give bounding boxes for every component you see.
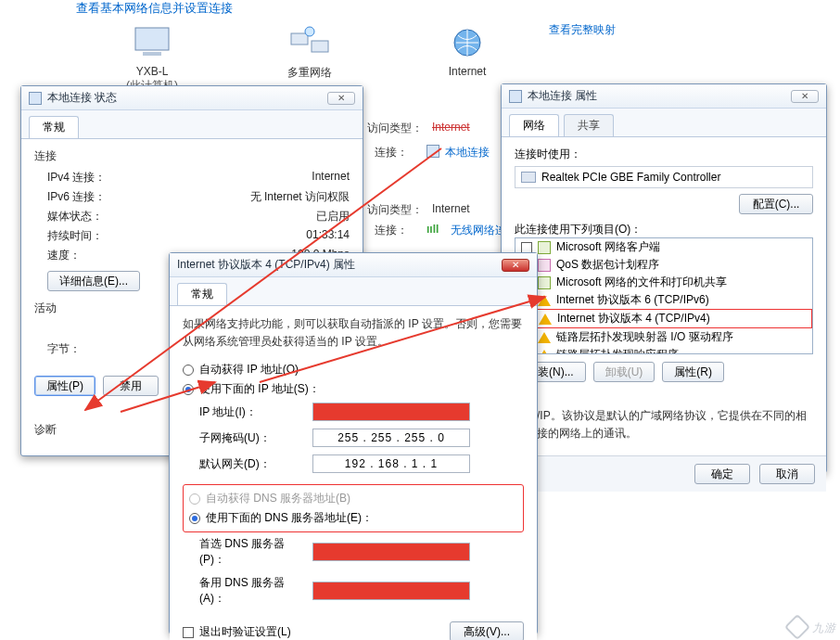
item-label: Microsoft 网络的文件和打印机共享 xyxy=(556,275,727,290)
bg-access-type-label-2: 访问类型： xyxy=(367,202,423,218)
svg-rect-2 xyxy=(291,33,308,45)
internet-label: Internet xyxy=(445,65,490,78)
netmap-pc: YXB-L (此计算机) xyxy=(126,26,178,94)
dns2-input[interactable] xyxy=(312,582,470,600)
status-title: 本地连接 状态 xyxy=(47,90,117,106)
ipv6-label: IPv6 连接： xyxy=(34,189,106,205)
radio-use-ip[interactable] xyxy=(183,384,194,395)
radio-auto-ip[interactable] xyxy=(183,365,194,376)
ipv4-titlebar: Internet 协议版本 4 (TCP/IPv4) 属性 ✕ xyxy=(170,253,537,277)
plug-icon xyxy=(29,92,42,105)
auto-dns-label: 自动获得 DNS 服务器地址(B) xyxy=(206,492,350,505)
tab-general[interactable]: 常规 xyxy=(29,116,79,138)
use-ip-label: 使用下面的 IP 地址(S)： xyxy=(199,382,320,395)
multi-label: 多重网络 xyxy=(287,65,332,81)
svg-rect-1 xyxy=(143,52,161,56)
disable-button[interactable]: 禁用 xyxy=(103,376,159,396)
props-titlebar: 本地连接 属性 ✕ xyxy=(502,84,826,109)
ipv4-window: Internet 协议版本 4 (TCP/IPv4) 属性 ✕ 常规 如果网络支… xyxy=(169,252,538,634)
components-listbox[interactable]: Microsoft 网络客户端QoS 数据包计划程序Microsoft 网络的文… xyxy=(515,237,813,354)
validate-checkbox[interactable] xyxy=(183,627,194,638)
items-label: 此连接使用下列项目(O)： xyxy=(515,222,813,237)
bg-access-type-label: 访问类型： xyxy=(367,121,423,136)
adapter-name: Realtek PCIe GBE Family Controller xyxy=(541,171,720,184)
list-item[interactable]: Internet 协议版本 4 (TCP/IPv4) xyxy=(515,309,812,328)
svg-rect-0 xyxy=(135,28,169,50)
configure-button[interactable]: 配置(C)... xyxy=(739,194,813,214)
view-full-map-link[interactable]: 查看完整映射 xyxy=(549,22,616,38)
radio-auto-dns xyxy=(189,493,200,505)
item-icon xyxy=(538,295,551,306)
group-connection: 连接 xyxy=(34,148,350,164)
details-button[interactable]: 详细信息(E)... xyxy=(47,271,140,291)
item-icon xyxy=(538,276,551,289)
properties-button[interactable]: 属性(P) xyxy=(34,376,95,396)
list-item[interactable]: Internet 协议版本 6 (TCP/IPv6) xyxy=(515,291,812,309)
list-item[interactable]: Microsoft 网络客户端 xyxy=(515,238,812,256)
watermark: 九游 xyxy=(788,617,836,636)
item-label: Internet 协议版本 6 (TCP/IPv6) xyxy=(556,292,709,308)
item-label: Microsoft 网络客户端 xyxy=(556,239,660,255)
checkbox-icon[interactable] xyxy=(521,242,532,253)
gw-input[interactable]: 192 . 168 . 1 . 1 xyxy=(312,454,470,473)
item-icon xyxy=(538,332,551,343)
ok-button[interactable]: 确定 xyxy=(694,464,750,484)
ip-input[interactable] xyxy=(312,403,470,421)
svg-rect-3 xyxy=(312,41,328,52)
close-button[interactable]: ✕ xyxy=(502,259,529,272)
bg-access-type-value-2: Internet xyxy=(432,202,470,215)
ipv4-intro: 如果网络支持此功能，则可以获取自动指派的 IP 设置。否则，您需要从网络系统管理… xyxy=(183,315,524,351)
close-button[interactable]: ✕ xyxy=(327,92,355,105)
bg-access-type-value: Internet xyxy=(432,121,470,134)
plug-icon xyxy=(509,90,522,103)
item-label: 链路层拓扑发现映射器 I/O 驱动程序 xyxy=(556,329,733,345)
uninstall-button[interactable]: 卸载(U) xyxy=(593,362,655,382)
tab-general[interactable]: 常规 xyxy=(177,283,227,305)
cancel-button[interactable]: 取消 xyxy=(759,464,815,484)
pc-name: YXB-L xyxy=(126,65,178,78)
props-title: 本地连接 属性 xyxy=(528,88,597,104)
item-icon xyxy=(538,259,551,272)
speed-label: 速度： xyxy=(34,248,81,263)
props-window: 本地连接 属性 ✕ 网络 共享 连接时使用： Realtek PCIe GBE … xyxy=(501,83,827,473)
list-item[interactable]: 链路层拓扑发现响应程序 xyxy=(515,346,812,354)
bg-connection-link[interactable]: 本地连接 xyxy=(445,145,490,160)
item-label: 链路层拓扑发现响应程序 xyxy=(556,347,679,354)
ip-label: IP 地址(I)： xyxy=(183,404,303,420)
duration-label: 持续时间： xyxy=(34,228,103,244)
bg-connection-label: 连接： xyxy=(375,145,408,160)
close-button[interactable]: ✕ xyxy=(791,90,819,103)
item-props-button[interactable]: 属性(R) xyxy=(662,362,724,382)
status-tabstrip: 常规 xyxy=(21,110,363,139)
list-item[interactable]: QoS 数据包计划程序 xyxy=(515,256,812,274)
globe-icon xyxy=(445,26,490,59)
netmap-multi: 多重网络 xyxy=(287,26,332,81)
dns2-label: 备用 DNS 服务器(A)： xyxy=(183,575,303,607)
svg-point-4 xyxy=(305,27,314,36)
connect-using-label: 连接时使用： xyxy=(515,147,813,162)
advanced-button[interactable]: 高级(V)... xyxy=(450,621,524,640)
duration-value: 01:33:14 xyxy=(306,228,350,244)
media-label: 媒体状态： xyxy=(34,209,103,224)
ipv4-value: Internet xyxy=(312,170,350,186)
auto-ip-label: 自动获得 IP 地址(O) xyxy=(199,363,299,376)
ipv4-tabstrip: 常规 xyxy=(170,277,537,306)
desc-text: TCP/IP。该协议是默认的广域网络协议，它提供在不同的相互连接的网络上的通讯。 xyxy=(515,407,813,442)
bg-plug-icon xyxy=(426,145,439,160)
page-heading-partial: 查看基本网络信息并设置连接 xyxy=(76,0,233,17)
gw-label: 默认网关(D)： xyxy=(183,456,303,472)
list-item[interactable]: Microsoft 网络的文件和打印机共享 xyxy=(515,274,812,291)
ipv4-label: IPv4 连接： xyxy=(34,170,106,186)
tab-share[interactable]: 共享 xyxy=(564,114,614,136)
item-label: Internet 协议版本 4 (TCP/IPv4) xyxy=(557,311,710,326)
computer-icon xyxy=(130,26,174,59)
media-value: 已启用 xyxy=(316,209,350,224)
list-item[interactable]: 链路层拓扑发现映射器 I/O 驱动程序 xyxy=(515,328,812,346)
netmap-internet: Internet xyxy=(445,26,490,78)
tab-network[interactable]: 网络 xyxy=(509,114,559,136)
radio-use-dns[interactable] xyxy=(189,513,200,524)
ipv4-title: Internet 协议版本 4 (TCP/IPv4) 属性 xyxy=(177,257,355,273)
item-label: QoS 数据包计划程序 xyxy=(556,257,659,273)
mask-input[interactable]: 255 . 255 . 255 . 0 xyxy=(312,429,470,447)
dns1-input[interactable] xyxy=(312,543,470,561)
